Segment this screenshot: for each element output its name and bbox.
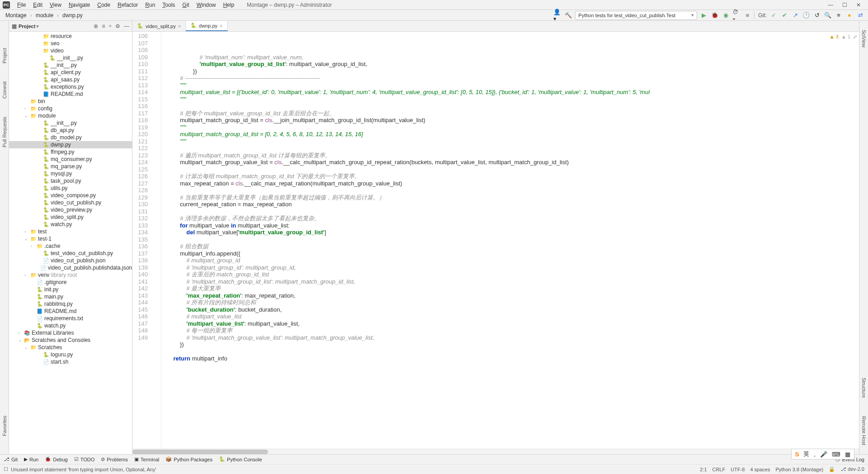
tree-item[interactable]: 📘README.md (9, 308, 132, 315)
tree-item[interactable]: ⌄📂Scratches and Consoles (9, 337, 132, 344)
tree-item[interactable]: ⌄📁module (9, 112, 132, 119)
tree-item[interactable]: 🐍init.py (9, 286, 132, 293)
tree-item[interactable]: 📘README.md (9, 90, 132, 98)
ime-keyboard-icon[interactable]: ⌨ (832, 451, 840, 458)
profile-button[interactable]: ⏱▾ (732, 11, 741, 19)
tree-item[interactable]: ⌄📁test-1 (9, 235, 132, 242)
breadcrumb-item[interactable]: Montage (4, 12, 28, 19)
tree-item[interactable]: 🐍watch.py (9, 221, 132, 228)
git-commit-icon[interactable]: ✔ (780, 11, 788, 19)
tree-item[interactable]: ›📚External Libraries (9, 329, 132, 337)
rail-sciview[interactable]: SciView (861, 30, 867, 47)
tree-item[interactable]: 🐍video_compose.py (9, 192, 132, 199)
git-update-icon[interactable]: ✓ (769, 11, 778, 19)
editor-tab[interactable]: 🐍 video_split.py × (132, 21, 186, 31)
tool-git[interactable]: ⎇ Git (4, 456, 18, 462)
rail-commit[interactable]: Commit (2, 81, 7, 99)
code-content[interactable]: ▲ 3 ▲ 1 ⤢ # 'multipart_num': multipart_v… (161, 32, 859, 449)
gutter-icons[interactable] (151, 32, 161, 449)
maximize-icon[interactable]: ☐ (842, 2, 847, 8)
tree-item[interactable]: 🐍task_pool.py (9, 177, 132, 185)
menu-window[interactable]: Window (193, 1, 220, 9)
menu-help[interactable]: Help (219, 1, 238, 9)
tree-item[interactable]: 🐍watch.py (9, 322, 132, 329)
warning-badge[interactable]: ▲ 3 (830, 33, 839, 41)
ime-toolbar[interactable]: S 英 , 🎤 ⌨ ▦ (791, 449, 854, 460)
coverage-button[interactable]: ◉ (722, 11, 730, 19)
rail-structure[interactable]: Structure (861, 378, 867, 398)
ime-mic-icon[interactable]: 🎤 (820, 451, 827, 458)
stop-button[interactable]: ■ (743, 11, 751, 19)
breadcrumb-item[interactable]: dwnp.py (61, 12, 85, 19)
editor-body[interactable]: 1061071081091101111121131141151161171181… (132, 32, 859, 449)
settings-icon[interactable]: ≡ (835, 11, 843, 19)
tree-item[interactable]: 🐍ffmpeg.py (9, 148, 132, 156)
tree-item[interactable]: 📁video (9, 47, 132, 54)
scrollbar-thumb[interactable] (132, 450, 268, 454)
tree-item[interactable]: 📁seo (9, 40, 132, 47)
tree-item[interactable]: 🐍__init__.py (9, 54, 132, 62)
menu-git[interactable]: Git (179, 1, 193, 9)
tool-todo[interactable]: ☑ TODO (74, 456, 95, 462)
git-history-icon[interactable]: 🕐 (802, 11, 810, 19)
tree-item[interactable]: 📁bin (9, 98, 132, 105)
settings-icon[interactable]: ⚙ (115, 23, 120, 29)
breadcrumb-item[interactable]: module (34, 12, 55, 19)
ide-upgrade-icon[interactable]: ● (845, 11, 854, 19)
tree-item[interactable]: 🐍mysql.py (9, 170, 132, 177)
chevron-down-icon[interactable]: ▾ (36, 23, 39, 29)
rail-pull-requests[interactable]: Pull Requests (2, 117, 7, 147)
tree-item[interactable]: 🐍db_model.py (9, 134, 132, 141)
interpreter[interactable]: Python 3.8 (Montage) (775, 467, 823, 472)
tree-item[interactable]: ›📁config (9, 105, 132, 112)
tool-python-console[interactable]: 🐍 Python Console (219, 456, 262, 462)
tree-item[interactable]: 🐍rabbitmq.py (9, 300, 132, 308)
menu-edit[interactable]: Edit (29, 1, 46, 9)
debug-button[interactable]: 🐞 (711, 11, 719, 19)
tree-item[interactable]: 🐍video_cut_publish.py (9, 199, 132, 206)
user-icon[interactable]: 👤▾ (553, 11, 561, 19)
indent-settings[interactable]: 4 spaces (750, 467, 770, 472)
tree-item[interactable]: 🐍utils.py (9, 185, 132, 192)
menu-refactor[interactable]: Refactor (114, 1, 142, 9)
rail-favorites[interactable]: Favorites (2, 416, 7, 436)
tool-terminal[interactable]: ▣ Terminal (134, 456, 160, 462)
caret-position[interactable]: 2:1 (700, 467, 707, 472)
tree-item[interactable]: 🐍loguru.py (9, 351, 132, 358)
tree-item[interactable]: ›📁venvlibrary root (9, 271, 132, 279)
build-icon[interactable]: 🔨 (564, 11, 572, 19)
tool-run[interactable]: ▶ Run (24, 456, 38, 462)
git-push-icon[interactable]: ↗ (791, 11, 799, 19)
close-icon[interactable]: × (220, 23, 222, 28)
tree-item[interactable]: 🐍db_api.py (9, 127, 132, 134)
project-tree[interactable]: 📁resource📁seo📁video🐍__init__.py🐍__init__… (9, 32, 132, 454)
weak-warning-badge[interactable]: ▲ 1 (841, 33, 850, 41)
tree-item[interactable]: 🐍main.py (9, 293, 132, 300)
ime-menu-icon[interactable]: ▦ (845, 451, 850, 458)
run-configuration-select[interactable]: Python tests for test_video_cut_publish.… (575, 11, 697, 20)
rail-project[interactable]: Project (2, 48, 7, 63)
tree-item[interactable]: ›📁test (9, 228, 132, 235)
hide-icon[interactable]: — (124, 23, 129, 29)
close-icon[interactable]: × (178, 24, 181, 29)
close-icon[interactable]: ✕ (856, 2, 861, 8)
status-icon[interactable]: ☐ (4, 466, 8, 472)
menu-tools[interactable]: Tools (159, 1, 179, 9)
tree-item[interactable]: ⌄📁Scratches (9, 344, 132, 351)
tree-item[interactable]: 📄video_cut_publish.publishdata.json (9, 264, 132, 271)
tool-problems[interactable]: ⊘ Problems (101, 456, 127, 462)
ime-lang[interactable]: 英 (803, 450, 809, 458)
tree-item[interactable]: 🐍dwnp.py (9, 141, 132, 148)
minimize-icon[interactable]: — (828, 2, 833, 8)
git-branch[interactable]: ⎇ dev-2.0 (840, 466, 864, 472)
menu-file[interactable]: File (14, 1, 29, 9)
run-button[interactable]: ▶ (700, 11, 708, 19)
tree-item[interactable]: 🐍__init__.py (9, 62, 132, 69)
search-icon[interactable]: 🔍 (824, 11, 832, 19)
tree-item[interactable]: 📄.gitignore (9, 279, 132, 286)
editor-tab[interactable]: 🐍 dwnp.py × (186, 21, 227, 31)
menu-navigate[interactable]: Navigate (65, 1, 94, 9)
tree-item[interactable]: 🐍test_video_cut_publish.py (9, 250, 132, 257)
tree-item[interactable]: 🐍mq_consumer.py (9, 156, 132, 163)
rail-remote-host[interactable]: Remote Host (861, 416, 867, 445)
